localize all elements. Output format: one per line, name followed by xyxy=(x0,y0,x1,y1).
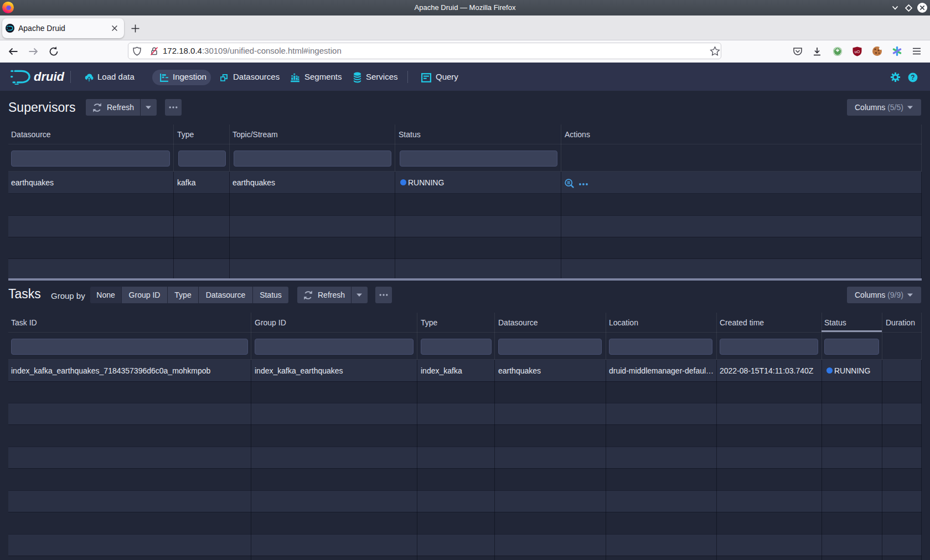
svg-text:uO: uO xyxy=(855,50,860,54)
svg-text:?: ? xyxy=(911,74,914,81)
